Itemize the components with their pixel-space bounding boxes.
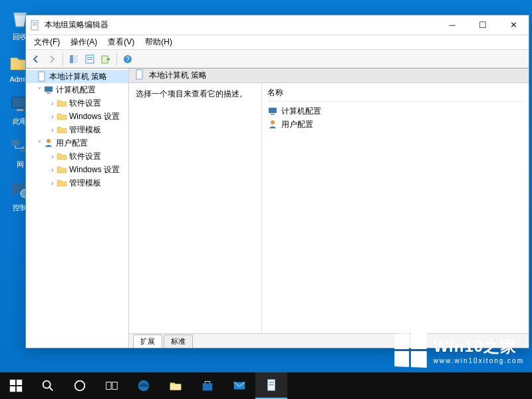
tree-pane[interactable]: 本地计算机 策略 ˅ 计算机配置 › 软件设置 › Windows 设置 › 管… (26, 68, 129, 348)
properties-button[interactable] (82, 52, 97, 66)
taskbar-edge[interactable] (128, 372, 160, 399)
toolbar: ? (26, 50, 529, 68)
svg-rect-7 (33, 23, 37, 23)
back-button[interactable] (29, 52, 43, 66)
expand-icon[interactable]: › (49, 166, 57, 174)
content-header: 本地计算机 策略 (129, 68, 529, 83)
policy-icon (37, 71, 47, 82)
svg-rect-39 (269, 384, 273, 385)
tree-user-config[interactable]: ˅ 用户配置 (26, 136, 128, 150)
svg-point-20 (47, 139, 51, 143)
menu-view[interactable]: 查看(V) (102, 35, 140, 49)
svg-rect-12 (87, 57, 92, 58)
svg-rect-26 (17, 380, 22, 385)
folder-icon (57, 124, 67, 135)
expand-icon[interactable]: › (49, 153, 57, 160)
description-pane: 选择一个项目来查看它的描述。 (129, 83, 262, 333)
titlebar[interactable]: 本地组策略编辑器 ─ ☐ ✕ (26, 15, 529, 35)
folder-icon (57, 178, 67, 188)
svg-rect-1 (17, 109, 23, 111)
tree-computer-config[interactable]: ˅ 计算机配置 (26, 83, 128, 96)
list-label: 用户配置 (281, 119, 313, 130)
svg-rect-8 (33, 25, 37, 25)
expand-icon[interactable]: › (49, 180, 57, 187)
task-view-button[interactable] (96, 372, 128, 399)
column-name[interactable]: 名称 (267, 86, 523, 102)
taskbar[interactable] (0, 372, 532, 399)
minimize-button[interactable]: ─ (437, 15, 467, 35)
tree-label: Windows 设置 (69, 111, 120, 122)
svg-rect-18 (45, 86, 53, 92)
svg-rect-35 (203, 383, 213, 390)
svg-rect-19 (47, 92, 51, 94)
menu-file[interactable]: 文件(F) (29, 35, 65, 49)
tree-label: 软件设置 (69, 151, 101, 162)
svg-rect-17 (39, 72, 45, 81)
user-icon (267, 119, 278, 130)
show-hide-tree-button[interactable] (66, 52, 81, 66)
expand-icon[interactable]: › (49, 126, 57, 134)
svg-rect-21 (136, 70, 142, 79)
tab-standard[interactable]: 标准 (164, 334, 193, 348)
export-button[interactable] (98, 52, 113, 66)
app-icon (30, 20, 41, 31)
tree-user-windows-settings[interactable]: › Windows 设置 (26, 163, 128, 176)
folder-icon (57, 164, 67, 175)
tree-label: 管理模板 (69, 124, 101, 136)
windows-logo-icon (394, 332, 427, 368)
taskbar-mail[interactable] (223, 372, 255, 399)
list-item-user-config[interactable]: 用户配置 (267, 118, 523, 131)
svg-rect-38 (269, 382, 273, 382)
tree-windows-settings[interactable]: › Windows 设置 (26, 110, 128, 123)
folder-icon (57, 151, 67, 162)
expand-icon[interactable]: › (49, 113, 57, 120)
taskbar-gpedit[interactable] (255, 372, 287, 399)
tree-user-admin-templates[interactable]: › 管理模板 (26, 176, 128, 190)
svg-point-24 (271, 120, 275, 124)
svg-rect-9 (70, 55, 73, 63)
tree-label: 用户配置 (56, 138, 88, 149)
svg-rect-23 (271, 114, 275, 115)
start-button[interactable] (0, 372, 32, 399)
taskbar-explorer[interactable] (160, 372, 192, 399)
svg-rect-13 (87, 59, 92, 60)
tree-label: 计算机配置 (56, 84, 96, 96)
window-title: 本地组策略编辑器 (45, 19, 437, 31)
collapse-icon[interactable]: ˅ (35, 86, 43, 94)
tree-root[interactable]: 本地计算机 策略 (26, 70, 128, 83)
cortana-button[interactable] (64, 372, 96, 399)
search-button[interactable] (32, 372, 64, 399)
content-title: 本地计算机 策略 (149, 70, 207, 81)
folder-icon (57, 111, 67, 122)
watermark: Win10之家 www.win10xitong.com (393, 333, 524, 367)
menu-action[interactable]: 操作(A) (65, 35, 102, 49)
list-pane[interactable]: 名称 计算机配置 用户配置 (262, 83, 529, 333)
tree-admin-templates[interactable]: › 管理模板 (26, 123, 128, 136)
computer-icon (43, 84, 54, 95)
tree-label: 软件设置 (69, 98, 101, 109)
expand-icon[interactable]: › (49, 100, 57, 107)
close-button[interactable]: ✕ (498, 15, 529, 35)
tab-extended[interactable]: 扩展 (133, 334, 162, 348)
tree-label: 本地计算机 策略 (49, 71, 107, 82)
svg-rect-28 (17, 386, 22, 392)
watermark-url: www.win10xitong.com (434, 357, 524, 364)
svg-rect-32 (112, 382, 117, 390)
maximize-button[interactable]: ☐ (467, 15, 498, 35)
svg-rect-31 (106, 382, 111, 390)
policy-icon (134, 69, 145, 82)
help-button[interactable]: ? (120, 52, 135, 66)
svg-rect-10 (74, 55, 78, 63)
collapse-icon[interactable]: ˅ (35, 140, 43, 147)
forward-button[interactable] (45, 52, 59, 66)
tree-user-software-settings[interactable]: › 软件设置 (26, 150, 128, 163)
list-label: 计算机配置 (281, 106, 321, 117)
taskbar-store[interactable] (192, 372, 223, 399)
svg-rect-22 (269, 108, 277, 113)
user-icon (43, 138, 54, 148)
folder-icon (57, 98, 67, 108)
tree-software-settings[interactable]: › 软件设置 (26, 96, 128, 110)
list-item-computer-config[interactable]: 计算机配置 (267, 104, 523, 118)
svg-point-30 (75, 381, 85, 391)
menu-help[interactable]: 帮助(H) (140, 35, 178, 49)
